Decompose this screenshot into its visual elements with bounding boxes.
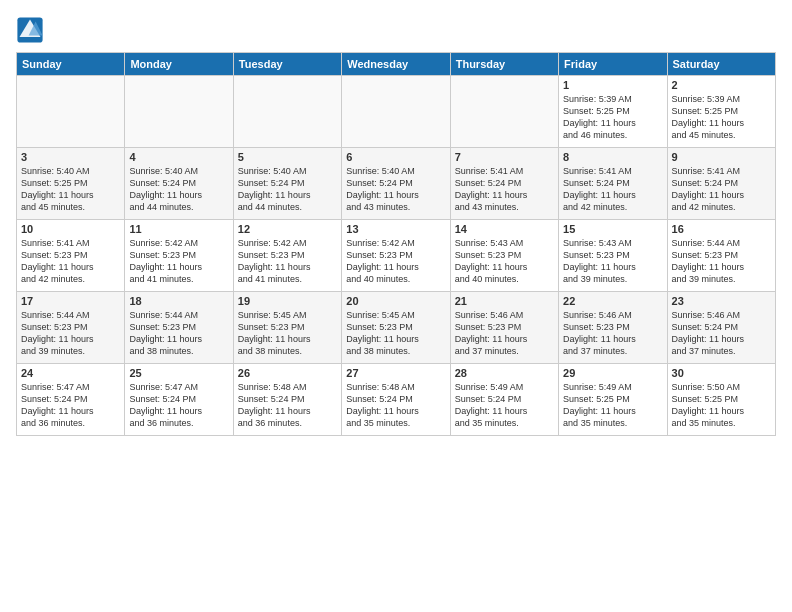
- day-number: 21: [455, 295, 554, 307]
- day-info: Sunrise: 5:41 AM Sunset: 5:24 PM Dayligh…: [672, 165, 771, 214]
- calendar-week-row: 1Sunrise: 5:39 AM Sunset: 5:25 PM Daylig…: [17, 76, 776, 148]
- calendar-cell: [17, 76, 125, 148]
- calendar-week-row: 24Sunrise: 5:47 AM Sunset: 5:24 PM Dayli…: [17, 364, 776, 436]
- day-number: 1: [563, 79, 662, 91]
- calendar-cell: 1Sunrise: 5:39 AM Sunset: 5:25 PM Daylig…: [559, 76, 667, 148]
- calendar-cell: 25Sunrise: 5:47 AM Sunset: 5:24 PM Dayli…: [125, 364, 233, 436]
- day-info: Sunrise: 5:49 AM Sunset: 5:25 PM Dayligh…: [563, 381, 662, 430]
- day-number: 3: [21, 151, 120, 163]
- calendar-cell: [233, 76, 341, 148]
- day-info: Sunrise: 5:41 AM Sunset: 5:24 PM Dayligh…: [455, 165, 554, 214]
- day-info: Sunrise: 5:48 AM Sunset: 5:24 PM Dayligh…: [238, 381, 337, 430]
- calendar-cell: 14Sunrise: 5:43 AM Sunset: 5:23 PM Dayli…: [450, 220, 558, 292]
- logo: [16, 16, 46, 44]
- day-info: Sunrise: 5:45 AM Sunset: 5:23 PM Dayligh…: [346, 309, 445, 358]
- calendar-cell: 13Sunrise: 5:42 AM Sunset: 5:23 PM Dayli…: [342, 220, 450, 292]
- weekday-header-wednesday: Wednesday: [342, 53, 450, 76]
- calendar-cell: 18Sunrise: 5:44 AM Sunset: 5:23 PM Dayli…: [125, 292, 233, 364]
- day-info: Sunrise: 5:39 AM Sunset: 5:25 PM Dayligh…: [672, 93, 771, 142]
- day-number: 26: [238, 367, 337, 379]
- calendar-cell: 12Sunrise: 5:42 AM Sunset: 5:23 PM Dayli…: [233, 220, 341, 292]
- day-info: Sunrise: 5:47 AM Sunset: 5:24 PM Dayligh…: [21, 381, 120, 430]
- day-info: Sunrise: 5:42 AM Sunset: 5:23 PM Dayligh…: [238, 237, 337, 286]
- day-number: 13: [346, 223, 445, 235]
- calendar-cell: 29Sunrise: 5:49 AM Sunset: 5:25 PM Dayli…: [559, 364, 667, 436]
- day-info: Sunrise: 5:40 AM Sunset: 5:24 PM Dayligh…: [129, 165, 228, 214]
- weekday-header-monday: Monday: [125, 53, 233, 76]
- weekday-header-tuesday: Tuesday: [233, 53, 341, 76]
- day-info: Sunrise: 5:41 AM Sunset: 5:23 PM Dayligh…: [21, 237, 120, 286]
- calendar-cell: [342, 76, 450, 148]
- calendar-cell: 23Sunrise: 5:46 AM Sunset: 5:24 PM Dayli…: [667, 292, 775, 364]
- day-info: Sunrise: 5:44 AM Sunset: 5:23 PM Dayligh…: [21, 309, 120, 358]
- day-info: Sunrise: 5:46 AM Sunset: 5:24 PM Dayligh…: [672, 309, 771, 358]
- calendar-cell: 10Sunrise: 5:41 AM Sunset: 5:23 PM Dayli…: [17, 220, 125, 292]
- day-number: 29: [563, 367, 662, 379]
- calendar-cell: 27Sunrise: 5:48 AM Sunset: 5:24 PM Dayli…: [342, 364, 450, 436]
- day-number: 23: [672, 295, 771, 307]
- day-number: 30: [672, 367, 771, 379]
- day-info: Sunrise: 5:44 AM Sunset: 5:23 PM Dayligh…: [672, 237, 771, 286]
- day-number: 8: [563, 151, 662, 163]
- calendar-cell: 16Sunrise: 5:44 AM Sunset: 5:23 PM Dayli…: [667, 220, 775, 292]
- calendar-week-row: 10Sunrise: 5:41 AM Sunset: 5:23 PM Dayli…: [17, 220, 776, 292]
- weekday-header-saturday: Saturday: [667, 53, 775, 76]
- day-number: 25: [129, 367, 228, 379]
- calendar-cell: 6Sunrise: 5:40 AM Sunset: 5:24 PM Daylig…: [342, 148, 450, 220]
- day-info: Sunrise: 5:47 AM Sunset: 5:24 PM Dayligh…: [129, 381, 228, 430]
- day-info: Sunrise: 5:40 AM Sunset: 5:24 PM Dayligh…: [238, 165, 337, 214]
- calendar-cell: 15Sunrise: 5:43 AM Sunset: 5:23 PM Dayli…: [559, 220, 667, 292]
- day-number: 27: [346, 367, 445, 379]
- calendar-week-row: 3Sunrise: 5:40 AM Sunset: 5:25 PM Daylig…: [17, 148, 776, 220]
- day-info: Sunrise: 5:40 AM Sunset: 5:25 PM Dayligh…: [21, 165, 120, 214]
- day-number: 5: [238, 151, 337, 163]
- day-number: 12: [238, 223, 337, 235]
- day-info: Sunrise: 5:39 AM Sunset: 5:25 PM Dayligh…: [563, 93, 662, 142]
- calendar-cell: 20Sunrise: 5:45 AM Sunset: 5:23 PM Dayli…: [342, 292, 450, 364]
- day-number: 18: [129, 295, 228, 307]
- day-info: Sunrise: 5:46 AM Sunset: 5:23 PM Dayligh…: [455, 309, 554, 358]
- calendar-cell: 4Sunrise: 5:40 AM Sunset: 5:24 PM Daylig…: [125, 148, 233, 220]
- calendar-cell: 17Sunrise: 5:44 AM Sunset: 5:23 PM Dayli…: [17, 292, 125, 364]
- calendar-cell: 5Sunrise: 5:40 AM Sunset: 5:24 PM Daylig…: [233, 148, 341, 220]
- calendar-cell: 26Sunrise: 5:48 AM Sunset: 5:24 PM Dayli…: [233, 364, 341, 436]
- day-info: Sunrise: 5:50 AM Sunset: 5:25 PM Dayligh…: [672, 381, 771, 430]
- day-number: 22: [563, 295, 662, 307]
- day-info: Sunrise: 5:42 AM Sunset: 5:23 PM Dayligh…: [129, 237, 228, 286]
- calendar-cell: [125, 76, 233, 148]
- day-number: 16: [672, 223, 771, 235]
- day-info: Sunrise: 5:48 AM Sunset: 5:24 PM Dayligh…: [346, 381, 445, 430]
- day-number: 17: [21, 295, 120, 307]
- day-number: 10: [21, 223, 120, 235]
- calendar-cell: 11Sunrise: 5:42 AM Sunset: 5:23 PM Dayli…: [125, 220, 233, 292]
- day-number: 2: [672, 79, 771, 91]
- day-info: Sunrise: 5:46 AM Sunset: 5:23 PM Dayligh…: [563, 309, 662, 358]
- weekday-header-thursday: Thursday: [450, 53, 558, 76]
- calendar-cell: 3Sunrise: 5:40 AM Sunset: 5:25 PM Daylig…: [17, 148, 125, 220]
- day-info: Sunrise: 5:45 AM Sunset: 5:23 PM Dayligh…: [238, 309, 337, 358]
- calendar-cell: 24Sunrise: 5:47 AM Sunset: 5:24 PM Dayli…: [17, 364, 125, 436]
- header: [16, 16, 776, 44]
- day-info: Sunrise: 5:49 AM Sunset: 5:24 PM Dayligh…: [455, 381, 554, 430]
- logo-icon: [16, 16, 44, 44]
- calendar-cell: 22Sunrise: 5:46 AM Sunset: 5:23 PM Dayli…: [559, 292, 667, 364]
- calendar-week-row: 17Sunrise: 5:44 AM Sunset: 5:23 PM Dayli…: [17, 292, 776, 364]
- day-number: 9: [672, 151, 771, 163]
- day-number: 15: [563, 223, 662, 235]
- day-info: Sunrise: 5:44 AM Sunset: 5:23 PM Dayligh…: [129, 309, 228, 358]
- day-number: 6: [346, 151, 445, 163]
- calendar-table: SundayMondayTuesdayWednesdayThursdayFrid…: [16, 52, 776, 436]
- day-number: 19: [238, 295, 337, 307]
- day-number: 28: [455, 367, 554, 379]
- calendar-cell: 19Sunrise: 5:45 AM Sunset: 5:23 PM Dayli…: [233, 292, 341, 364]
- calendar-cell: 8Sunrise: 5:41 AM Sunset: 5:24 PM Daylig…: [559, 148, 667, 220]
- page-container: SundayMondayTuesdayWednesdayThursdayFrid…: [0, 0, 792, 444]
- day-number: 4: [129, 151, 228, 163]
- calendar-cell: 28Sunrise: 5:49 AM Sunset: 5:24 PM Dayli…: [450, 364, 558, 436]
- weekday-header-row: SundayMondayTuesdayWednesdayThursdayFrid…: [17, 53, 776, 76]
- day-info: Sunrise: 5:41 AM Sunset: 5:24 PM Dayligh…: [563, 165, 662, 214]
- calendar-cell: 9Sunrise: 5:41 AM Sunset: 5:24 PM Daylig…: [667, 148, 775, 220]
- calendar-cell: 7Sunrise: 5:41 AM Sunset: 5:24 PM Daylig…: [450, 148, 558, 220]
- day-info: Sunrise: 5:40 AM Sunset: 5:24 PM Dayligh…: [346, 165, 445, 214]
- day-info: Sunrise: 5:43 AM Sunset: 5:23 PM Dayligh…: [563, 237, 662, 286]
